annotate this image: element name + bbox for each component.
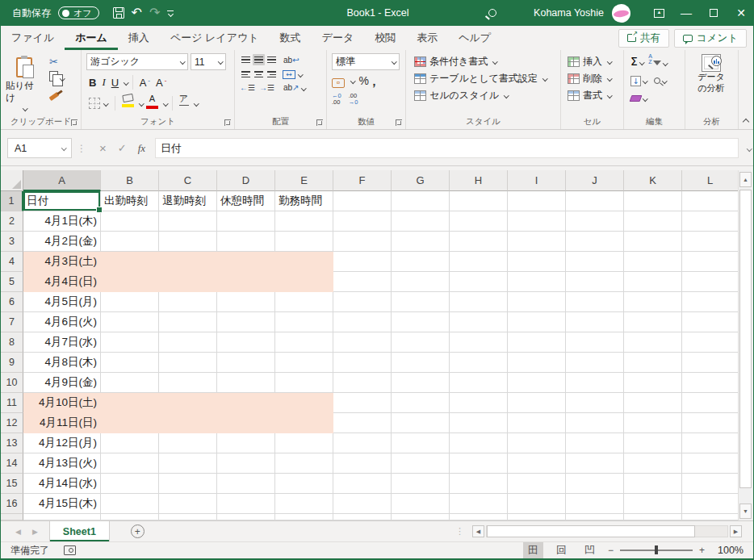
clear-icon[interactable] [630, 90, 647, 105]
align-bottom-icon[interactable] [266, 54, 278, 65]
cell-J12[interactable] [566, 413, 624, 433]
row-header-15[interactable]: 15 [1, 474, 23, 494]
italic-button[interactable]: I [99, 73, 107, 91]
cell-F12[interactable] [333, 413, 392, 433]
increase-indent-icon[interactable]: →☰ [259, 83, 274, 92]
fill-color-icon[interactable] [119, 94, 136, 112]
cell-F4[interactable] [333, 252, 392, 272]
row-header-8[interactable]: 8 [1, 332, 23, 353]
wrap-text-icon[interactable]: ab↩ [283, 56, 300, 65]
cell-A6[interactable]: 4月5日(月) [23, 292, 101, 312]
cell-J6[interactable] [566, 292, 624, 312]
cell-G14[interactable] [392, 453, 450, 474]
cell-H7[interactable] [450, 312, 508, 332]
row-header-12[interactable]: 12 [1, 413, 23, 433]
new-sheet-icon[interactable]: + [131, 524, 145, 538]
cell-G2[interactable] [392, 211, 450, 232]
cell-C9[interactable] [159, 353, 217, 373]
cell-G16[interactable] [392, 494, 450, 514]
cell-A5[interactable]: 4月4日(日) [23, 272, 101, 292]
row-header-2[interactable]: 2 [1, 211, 23, 232]
cell-C6[interactable] [159, 292, 217, 312]
cell-L1[interactable] [682, 191, 739, 211]
cell-I13[interactable] [508, 433, 566, 453]
accessibility-checker-icon[interactable] [64, 545, 76, 555]
delete-cells-button[interactable]: 削除 [568, 70, 620, 87]
ribbon-tab-7[interactable]: 表示 [406, 26, 448, 50]
font-dialog-launcher[interactable] [224, 119, 231, 126]
cell-styles-button[interactable]: セルのスタイル [414, 87, 557, 104]
column-header-A[interactable]: A [23, 170, 101, 191]
scroll-down-icon[interactable]: ▼ [739, 504, 752, 519]
font-size-select[interactable]: 11 [191, 53, 226, 70]
cell-H2[interactable] [450, 211, 508, 232]
cell-H13[interactable] [450, 433, 508, 453]
cell-C12[interactable] [159, 413, 217, 433]
formula-input[interactable]: 日付 [155, 138, 739, 158]
cell-F16[interactable] [333, 494, 392, 514]
cell-J15[interactable] [566, 474, 624, 494]
cell-H16[interactable] [450, 494, 508, 514]
decrease-font-icon[interactable]: Aˇ [153, 73, 169, 91]
cell-J9[interactable] [566, 353, 624, 373]
cell-J3[interactable] [566, 232, 624, 252]
cell-B12[interactable] [101, 413, 159, 433]
sheet-prev-icon[interactable]: ◀ [15, 528, 21, 536]
ribbon-tab-4[interactable]: 数式 [270, 26, 312, 50]
merge-center-icon[interactable]: ↔ [283, 70, 295, 79]
page-layout-view-icon[interactable]: 回 [551, 542, 572, 558]
cell-C1[interactable]: 退勤時刻 [159, 191, 217, 211]
cell-F15[interactable] [333, 474, 392, 494]
search-icon[interactable] [488, 9, 496, 17]
cell-G6[interactable] [392, 292, 450, 312]
find-select-icon[interactable] [654, 73, 667, 87]
cell-H1[interactable] [450, 191, 508, 211]
cell-C3[interactable] [159, 232, 217, 252]
column-header-F[interactable]: F [333, 170, 392, 191]
enter-icon[interactable]: ✓ [118, 142, 127, 154]
insert-function-icon[interactable]: fx [138, 142, 145, 155]
cell-E9[interactable] [275, 353, 333, 373]
cell-K14[interactable] [624, 453, 682, 474]
cell-G5[interactable] [392, 272, 450, 292]
number-format-select[interactable]: 標準 [332, 53, 400, 70]
cell-E2[interactable] [275, 211, 333, 232]
cell-B5[interactable] [101, 272, 159, 292]
cell-D6[interactable] [217, 292, 275, 312]
cell-L9[interactable] [682, 353, 739, 373]
cell-L14[interactable] [682, 453, 739, 474]
ribbon-display-options-icon[interactable] [645, 0, 672, 26]
increase-font-icon[interactable]: Aˆ [137, 73, 153, 91]
cell-E12[interactable] [275, 413, 333, 433]
align-left-icon[interactable] [240, 69, 252, 80]
cell-H8[interactable] [450, 332, 508, 353]
cell-H3[interactable] [450, 232, 508, 252]
cell-D14[interactable] [217, 453, 275, 474]
cell-F2[interactable] [333, 211, 392, 232]
cell-D13[interactable] [217, 433, 275, 453]
cell-C16[interactable] [159, 494, 217, 514]
cell-E3[interactable] [275, 232, 333, 252]
cell-D7[interactable] [217, 312, 275, 332]
cell-J5[interactable] [566, 272, 624, 292]
increase-decimal-icon[interactable]: ←0.00 [332, 93, 341, 105]
select-all-corner[interactable] [1, 170, 23, 191]
cell-B6[interactable] [101, 292, 159, 312]
cell-K5[interactable] [624, 272, 682, 292]
cell-K9[interactable] [624, 353, 682, 373]
align-middle-icon[interactable] [253, 54, 265, 65]
ribbon-tab-6[interactable]: 校閲 [364, 26, 406, 50]
cell-I17[interactable] [508, 514, 566, 520]
comma-style-icon[interactable]: , [372, 73, 377, 87]
cell-B1[interactable]: 出勤時刻 [101, 191, 159, 211]
cell-I4[interactable] [508, 252, 566, 272]
cell-E7[interactable] [275, 312, 333, 332]
cell-G3[interactable] [392, 232, 450, 252]
cell-G8[interactable] [392, 332, 450, 353]
font-color-icon[interactable]: A [144, 94, 161, 112]
cell-D16[interactable] [217, 494, 275, 514]
cell-L2[interactable] [682, 211, 739, 232]
cell-D4[interactable] [217, 252, 275, 272]
align-top-icon[interactable] [240, 54, 252, 65]
cell-A14[interactable]: 4月13日(火) [23, 453, 101, 474]
